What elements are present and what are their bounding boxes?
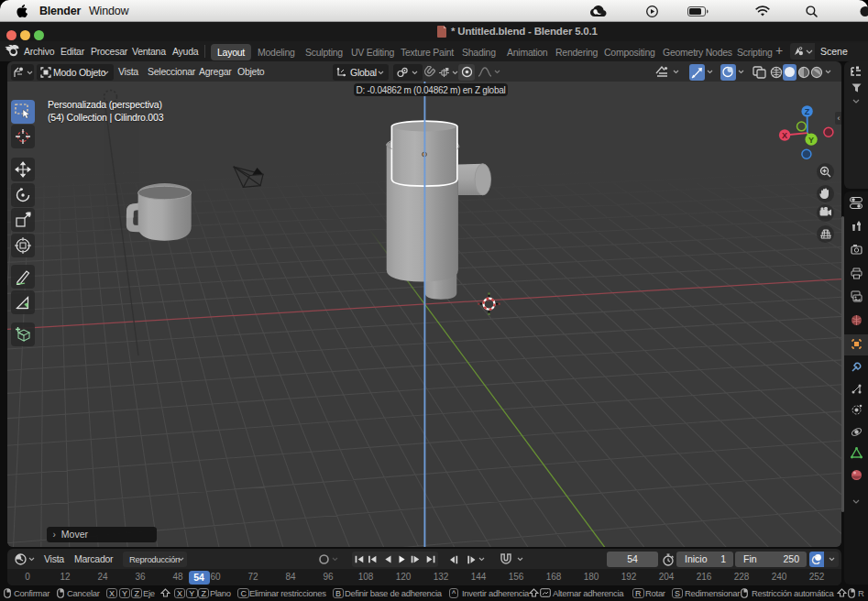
svg-text:Y: Y [808,136,814,145]
svg-text:Z: Z [805,107,810,116]
svg-text:X: X [782,131,787,140]
